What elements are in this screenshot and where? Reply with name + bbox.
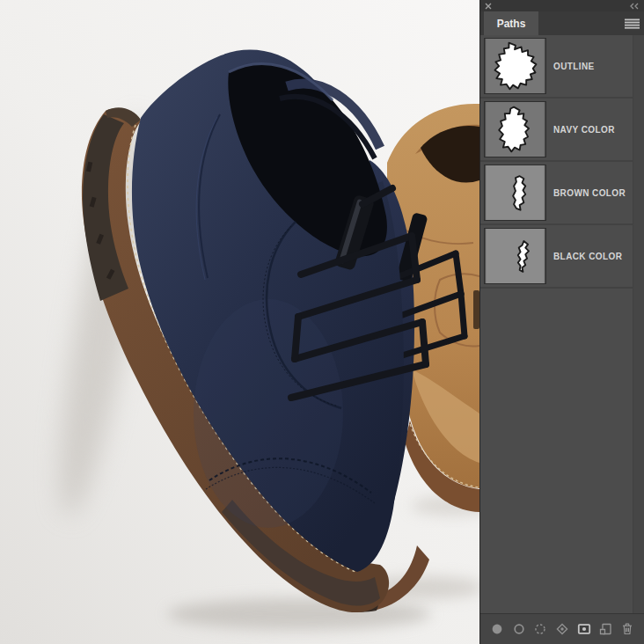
fill-path-button[interactable]: [489, 621, 505, 637]
add-mask-button[interactable]: [576, 621, 592, 637]
shoes-photo: [0, 0, 479, 644]
panel-topbar: [480, 0, 644, 11]
add-mask-icon: [577, 622, 591, 636]
path-label: BLACK COLOR: [553, 252, 622, 261]
scrollbar-gutter: [633, 35, 644, 613]
fill-path-icon: [490, 622, 504, 636]
delete-path-trash-icon: [620, 622, 634, 636]
panel-bottom-toolbar: [480, 613, 644, 644]
path-label: OUTLINE: [553, 62, 595, 71]
path-thumbnail[interactable]: [484, 165, 546, 221]
tab-paths[interactable]: Paths: [484, 11, 538, 35]
new-path-button[interactable]: [597, 621, 613, 637]
create-new-path-icon: [598, 622, 612, 636]
path-row-brown-color[interactable]: BROWN COLOR: [480, 162, 633, 225]
path-thumbnail[interactable]: [484, 101, 546, 157]
path-label: BROWN COLOR: [553, 188, 626, 198]
make-work-path-icon: [555, 622, 569, 636]
load-selection-button[interactable]: [532, 621, 548, 637]
panel-menu-icon[interactable]: [625, 18, 640, 29]
document-canvas[interactable]: [0, 0, 479, 644]
app-window: Paths: [0, 0, 644, 644]
collapse-panel-icon[interactable]: [629, 3, 640, 10]
path-row-black-color[interactable]: BLACK COLOR: [480, 225, 633, 289]
path-row-outline[interactable]: OUTLINE: [480, 35, 633, 99]
close-icon[interactable]: [485, 3, 492, 10]
delete-path-button[interactable]: [619, 621, 635, 637]
path-label: NAVY COLOR: [553, 125, 615, 135]
stroke-path-button[interactable]: [511, 621, 527, 637]
path-row-navy-color[interactable]: NAVY COLOR: [480, 99, 633, 162]
stroke-path-icon: [512, 622, 526, 636]
make-work-path-button[interactable]: [554, 621, 570, 637]
load-path-as-selection-icon: [533, 622, 547, 636]
path-thumbnail[interactable]: [484, 38, 546, 94]
paths-panel: Paths: [479, 0, 644, 644]
tab-paths-label: Paths: [497, 18, 526, 30]
path-thumbnail[interactable]: [484, 228, 546, 284]
panel-tab-row: Paths: [480, 11, 644, 35]
paths-list: OUTLINE NAVY COLOR: [480, 35, 644, 613]
